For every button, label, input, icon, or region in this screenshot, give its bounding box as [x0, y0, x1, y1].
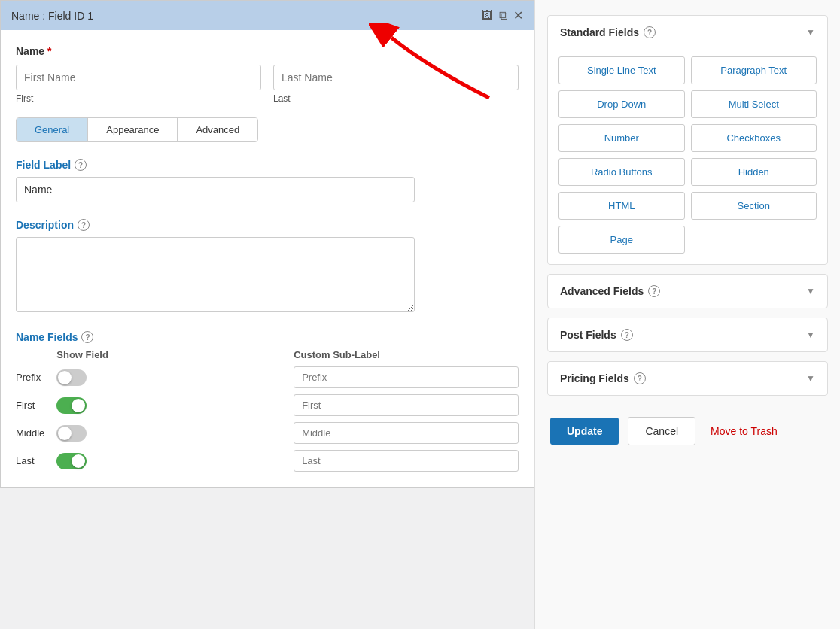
field-label-heading: Field Label ? [16, 159, 519, 171]
copy-icon[interactable]: ⧉ [499, 9, 507, 23]
trash-button[interactable]: Move to Trash [711, 425, 778, 437]
tab-advanced[interactable]: Advanced [178, 118, 257, 141]
tabs-container: General Appearance Advanced [16, 117, 258, 142]
prefix-toggle[interactable] [56, 369, 87, 386]
name-fields-heading: Name Fields ? [16, 331, 519, 343]
first-sublabel-input[interactable] [294, 394, 519, 416]
middle-sublabel-input[interactable] [294, 422, 519, 444]
standard-fields-header[interactable]: Standard Fields ? ▼ [548, 16, 827, 49]
first-name-input[interactable] [16, 65, 261, 90]
description-heading: Description ? [16, 219, 519, 231]
field-btn-drop-down[interactable]: Drop Down [558, 90, 685, 118]
image-icon[interactable]: 🖼 [481, 9, 493, 23]
last-toggle[interactable] [56, 453, 87, 469]
name-fields-grid: Show Field Custom Sub-Label Prefix First… [16, 349, 519, 472]
field-btn-html[interactable]: HTML [558, 192, 685, 220]
left-panel: Name : Field ID 1 🖼 ⧉ ✕ Name * First [0, 0, 534, 488]
action-row: Update Cancel Move to Trash [547, 417, 828, 445]
post-fields-chevron: ▼ [806, 330, 815, 340]
description-textarea[interactable] [16, 237, 415, 312]
field-btn-paragraph-text[interactable]: Paragraph Text [691, 56, 817, 84]
field-label-input[interactable] [16, 177, 415, 202]
close-icon[interactable]: ✕ [513, 8, 523, 23]
standard-fields-title: Standard Fields ? [560, 26, 656, 38]
advanced-fields-chevron: ▼ [806, 286, 815, 296]
first-name-group: First [16, 65, 261, 104]
post-fields-header[interactable]: Post Fields ? ▼ [548, 318, 827, 351]
field-btn-hidden[interactable]: Hidden [691, 158, 817, 186]
prefix-label: Prefix [16, 372, 44, 383]
show-field-header: Show Field [56, 349, 282, 360]
pricing-fields-chevron: ▼ [806, 373, 815, 384]
advanced-fields-header[interactable]: Advanced Fields ? ▼ [548, 275, 827, 308]
right-panel: Standard Fields ? ▼ Single Line Text Par… [534, 0, 840, 629]
field-btn-page[interactable]: Page [558, 226, 685, 254]
field-btn-single-line-text[interactable]: Single Line Text [558, 56, 685, 84]
field-btn-number[interactable]: Number [558, 124, 685, 152]
pricing-fields-help-icon[interactable]: ? [634, 372, 646, 384]
standard-fields-help-icon[interactable]: ? [644, 26, 656, 38]
last-label: Last [16, 455, 44, 466]
post-fields-section: Post Fields ? ▼ [547, 318, 828, 352]
first-sub-label: First [16, 93, 261, 104]
name-fields-help-icon[interactable]: ? [81, 331, 93, 343]
name-field-label: Name * [16, 45, 519, 57]
cancel-button[interactable]: Cancel [628, 417, 695, 445]
name-inputs-row: First Last [16, 65, 519, 104]
post-fields-title: Post Fields ? [560, 329, 633, 341]
first-toggle[interactable] [56, 397, 87, 414]
standard-fields-grid: Single Line Text Paragraph Text Drop Dow… [548, 49, 827, 264]
advanced-fields-title: Advanced Fields ? [560, 285, 660, 297]
description-help-icon[interactable]: ? [78, 219, 90, 231]
prefix-sublabel-input[interactable] [294, 366, 519, 388]
panel-header: Name : Field ID 1 🖼 ⧉ ✕ [1, 1, 534, 30]
panel-body: Name * First Last General Appearance Adv… [1, 30, 534, 487]
middle-toggle[interactable] [56, 425, 87, 442]
standard-fields-chevron: ▼ [806, 27, 815, 38]
panel-title: Name : Field ID 1 [11, 10, 93, 22]
field-btn-section[interactable]: Section [691, 192, 817, 220]
pricing-fields-header[interactable]: Pricing Fields ? ▼ [548, 362, 827, 395]
required-star: * [47, 45, 51, 57]
first-label: First [16, 400, 44, 411]
tab-appearance[interactable]: Appearance [88, 118, 178, 141]
advanced-fields-section: Advanced Fields ? ▼ [547, 274, 828, 308]
last-name-input[interactable] [273, 65, 519, 90]
pricing-fields-title: Pricing Fields ? [560, 372, 646, 384]
standard-fields-section: Standard Fields ? ▼ Single Line Text Par… [547, 15, 828, 265]
middle-label: Middle [16, 427, 44, 439]
custom-sublabel-header: Custom Sub-Label [294, 349, 519, 360]
last-sub-label: Last [273, 93, 519, 104]
advanced-fields-help-icon[interactable]: ? [648, 285, 660, 297]
field-label-help-icon[interactable]: ? [75, 159, 87, 171]
last-sublabel-input[interactable] [294, 450, 519, 472]
field-btn-radio-buttons[interactable]: Radio Buttons [558, 158, 685, 186]
header-icons: 🖼 ⧉ ✕ [481, 8, 523, 23]
field-btn-checkboxes[interactable]: Checkboxes [691, 124, 817, 152]
post-fields-help-icon[interactable]: ? [621, 329, 633, 341]
tab-general[interactable]: General [17, 118, 88, 141]
field-btn-multi-select[interactable]: Multi Select [691, 90, 817, 118]
update-button[interactable]: Update [550, 418, 619, 445]
last-name-group: Last [273, 65, 519, 104]
pricing-fields-section: Pricing Fields ? ▼ [547, 361, 828, 396]
